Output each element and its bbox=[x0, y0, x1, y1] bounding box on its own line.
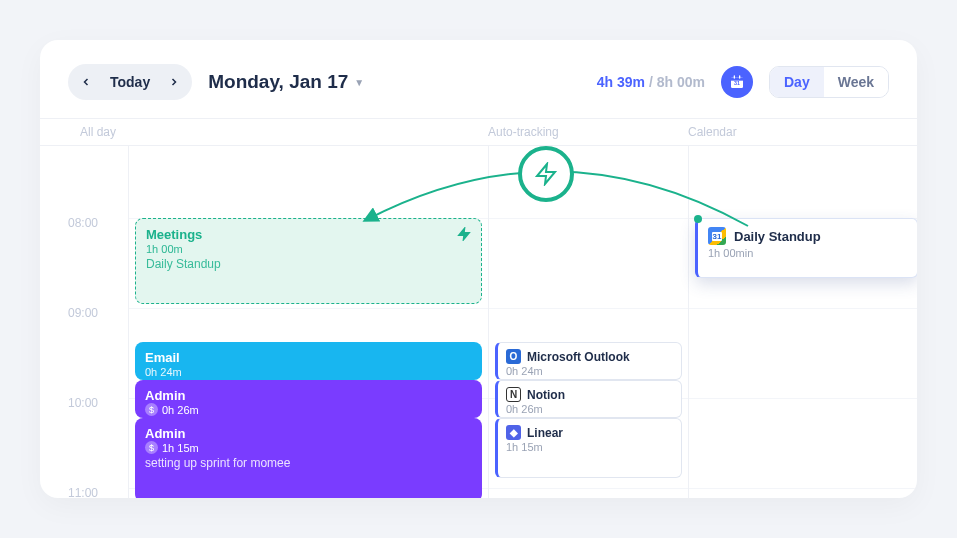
event-title: Admin bbox=[145, 388, 472, 403]
event-duration: 0h 26m bbox=[162, 404, 199, 416]
time-axis: 08:00 09:00 10:00 11:00 bbox=[68, 146, 128, 498]
total-time: 8h 00m bbox=[657, 74, 705, 90]
event-title: Meetings bbox=[146, 227, 471, 242]
view-week-button[interactable]: Week bbox=[824, 67, 888, 97]
app-duration: 0h 26m bbox=[506, 403, 673, 415]
event-title: Admin bbox=[145, 426, 472, 441]
timeline-grid: 08:00 09:00 10:00 11:00 Meetings 1h 00m … bbox=[40, 146, 917, 498]
chevron-left-icon bbox=[80, 76, 92, 88]
track-outlook[interactable]: OMicrosoft Outlook 0h 24m bbox=[495, 342, 682, 380]
col-allday-label: All day bbox=[80, 125, 488, 139]
today-button[interactable]: Today bbox=[100, 68, 160, 96]
event-description: setting up sprint for momee bbox=[145, 456, 472, 470]
track-notion[interactable]: NNotion 0h 26m bbox=[495, 380, 682, 418]
hour-label: 10:00 bbox=[68, 396, 128, 486]
event-meetings[interactable]: Meetings 1h 00m Daily Standup bbox=[135, 218, 482, 304]
caret-down-icon: ▼ bbox=[354, 77, 364, 88]
event-admin-1[interactable]: Admin $0h 26m bbox=[135, 380, 482, 418]
view-toggle: Day Week bbox=[769, 66, 889, 98]
event-email[interactable]: Email 0h 24m bbox=[135, 342, 482, 380]
col-autotrack-label: Auto-tracking bbox=[488, 125, 688, 139]
events-lane[interactable]: Meetings 1h 00m Daily Standup Email 0h 2… bbox=[128, 146, 488, 498]
prev-day-button[interactable] bbox=[72, 68, 100, 96]
calendar-lane[interactable]: Daily Standup 1h 00min bbox=[688, 146, 908, 498]
sync-dot-icon bbox=[694, 215, 702, 223]
app-name: Microsoft Outlook bbox=[527, 350, 630, 364]
svg-rect-2 bbox=[734, 75, 735, 78]
event-duration: 1h 15m bbox=[162, 442, 199, 454]
automation-bolt-badge bbox=[518, 146, 574, 202]
hour-label: 08:00 bbox=[68, 216, 128, 306]
app-name: Notion bbox=[527, 388, 565, 402]
hour-label: 09:00 bbox=[68, 306, 128, 396]
calendar-icon-button[interactable]: 31 bbox=[721, 66, 753, 98]
hour-label: 11:00 bbox=[68, 486, 128, 498]
next-day-button[interactable] bbox=[160, 68, 188, 96]
outlook-icon: O bbox=[506, 349, 521, 364]
date-nav-group: Today bbox=[68, 64, 192, 100]
google-calendar-icon bbox=[708, 227, 726, 245]
autotrack-lane[interactable]: OMicrosoft Outlook 0h 24m NNotion 0h 26m… bbox=[488, 146, 688, 498]
linear-icon: ◆ bbox=[506, 425, 521, 440]
svg-marker-5 bbox=[459, 228, 470, 240]
event-title: Email bbox=[145, 350, 472, 365]
chevron-right-icon bbox=[168, 76, 180, 88]
app-name: Linear bbox=[527, 426, 563, 440]
calendar-event-daily-standup[interactable]: Daily Standup 1h 00min bbox=[695, 218, 917, 278]
view-day-button[interactable]: Day bbox=[770, 67, 824, 97]
svg-rect-3 bbox=[739, 75, 740, 78]
tracked-time: 4h 39m bbox=[597, 74, 645, 90]
calendar-icon: 31 bbox=[729, 74, 745, 90]
bolt-icon bbox=[534, 162, 558, 186]
billable-icon: $ bbox=[145, 403, 158, 416]
event-duration: 1h 00m bbox=[146, 243, 471, 255]
billable-icon: $ bbox=[145, 441, 158, 454]
header-bar: Today Monday, Jan 17 ▼ 4h 39m / 8h 00m 3… bbox=[68, 64, 889, 100]
app-duration: 0h 24m bbox=[506, 365, 673, 377]
event-description: Daily Standup bbox=[146, 257, 471, 271]
event-duration: 0h 24m bbox=[145, 366, 472, 378]
track-linear[interactable]: ◆Linear 1h 15m bbox=[495, 418, 682, 478]
event-admin-2[interactable]: Admin $1h 15m setting up sprint for mome… bbox=[135, 418, 482, 498]
notion-icon: N bbox=[506, 387, 521, 402]
calendar-event-duration: 1h 00min bbox=[708, 247, 907, 259]
svg-marker-7 bbox=[537, 164, 555, 184]
bolt-icon bbox=[457, 227, 471, 244]
time-stats: 4h 39m / 8h 00m bbox=[597, 74, 705, 90]
calendar-event-name: Daily Standup bbox=[734, 229, 821, 244]
date-title[interactable]: Monday, Jan 17 ▼ bbox=[208, 71, 364, 93]
app-duration: 1h 15m bbox=[506, 441, 673, 453]
date-title-text: Monday, Jan 17 bbox=[208, 71, 348, 93]
col-calendar-label: Calendar bbox=[688, 125, 908, 139]
svg-text:31: 31 bbox=[734, 80, 740, 86]
column-headers: All day Auto-tracking Calendar bbox=[40, 118, 917, 146]
